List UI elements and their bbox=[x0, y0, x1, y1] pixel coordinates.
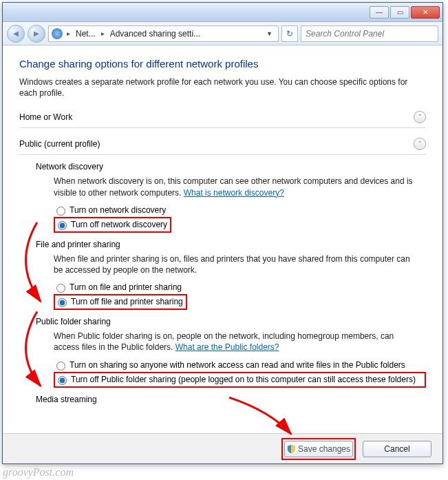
chevron-down-icon[interactable]: ˅ bbox=[414, 111, 426, 123]
radio-pf-on-input[interactable] bbox=[56, 362, 65, 371]
radio-fp-off-input[interactable] bbox=[58, 298, 67, 307]
minimize-button[interactable]: — bbox=[370, 6, 389, 19]
titlebar: — ▭ ✕ bbox=[3, 3, 442, 22]
link-what-is-network-discovery[interactable]: What is network discovery? bbox=[184, 188, 284, 198]
radio-fp-on[interactable]: Turn on file and printer sharing bbox=[54, 281, 426, 294]
close-button[interactable]: ✕ bbox=[411, 6, 440, 19]
section-title-media-streaming: Media streaming bbox=[36, 395, 426, 404]
profile-home-label: Home or Work bbox=[19, 112, 72, 122]
section-title-public-folder: Public folder sharing bbox=[36, 317, 426, 326]
save-changes-button[interactable]: Save changes bbox=[284, 441, 353, 457]
radio-pf-on-label: Turn on sharing so anyone with network a… bbox=[70, 360, 405, 370]
profile-public-label: Public (current profile) bbox=[19, 139, 100, 149]
radio-pf-on[interactable]: Turn on sharing so anyone with network a… bbox=[54, 359, 426, 372]
chevron-right-icon: ▸ bbox=[65, 30, 72, 37]
save-changes-label: Save changes bbox=[298, 444, 350, 454]
radio-pf-off-label: Turn off Public folder sharing (people l… bbox=[71, 375, 416, 384]
address-dropdown-icon[interactable]: ▼ bbox=[264, 30, 275, 37]
radio-pf-off[interactable]: Turn off Public folder sharing (people l… bbox=[58, 375, 422, 385]
radio-group-network-discovery: Turn on network discovery Turn off netwo… bbox=[54, 204, 426, 233]
watermark: groovyPost.com bbox=[3, 466, 74, 479]
chevron-right-icon: ▸ bbox=[100, 30, 106, 37]
radio-nd-on-input[interactable] bbox=[56, 207, 65, 216]
section-body-public-folder: When Public folder sharing is on, people… bbox=[54, 331, 419, 353]
window: — ▭ ✕ ◄ ► ▸ Net... ▸ Advanced sharing se… bbox=[2, 2, 443, 464]
section-title-network-discovery: Network discovery bbox=[36, 162, 426, 171]
shield-icon bbox=[287, 445, 295, 453]
profile-public-header[interactable]: Public (current profile) ˄ bbox=[19, 135, 426, 155]
breadcrumb-advanced-sharing[interactable]: Advanced sharing setti... bbox=[109, 29, 202, 39]
link-what-are-public-folders[interactable]: What are the Public folders? bbox=[175, 342, 279, 352]
cancel-button[interactable]: Cancel bbox=[363, 441, 431, 457]
section-body-file-printer: When file and printer sharing is on, fil… bbox=[54, 253, 419, 275]
radio-nd-off-label: Turn off network discovery bbox=[71, 220, 167, 229]
radio-group-public-folder: Turn on sharing so anyone with network a… bbox=[54, 359, 426, 388]
nav-forward-button[interactable]: ► bbox=[28, 25, 45, 43]
refresh-button[interactable]: ↻ bbox=[281, 25, 298, 42]
radio-fp-off-label: Turn off file and printer sharing bbox=[71, 297, 183, 306]
section-body-network-discovery: When network discovery is on, this compu… bbox=[54, 176, 419, 198]
footer-bar: Save changes Cancel bbox=[3, 433, 442, 463]
radio-fp-on-input[interactable] bbox=[56, 284, 65, 293]
address-bar[interactable]: ▸ Net... ▸ Advanced sharing setti... ▼ bbox=[48, 25, 279, 42]
maximize-button[interactable]: ▭ bbox=[390, 6, 409, 19]
chevron-up-icon[interactable]: ˄ bbox=[414, 138, 426, 150]
network-icon bbox=[52, 28, 63, 39]
radio-group-file-printer: Turn on file and printer sharing Turn of… bbox=[54, 281, 426, 310]
radio-nd-off-input[interactable] bbox=[58, 221, 67, 230]
content-area: Change sharing options for different net… bbox=[3, 45, 442, 431]
radio-pf-off-input[interactable] bbox=[58, 376, 67, 385]
breadcrumb-net[interactable]: Net... bbox=[74, 29, 97, 39]
radio-fp-on-label: Turn on file and printer sharing bbox=[70, 282, 182, 292]
search-input[interactable] bbox=[301, 25, 438, 42]
radio-nd-on[interactable]: Turn on network discovery bbox=[54, 204, 426, 217]
page-title: Change sharing options for different net… bbox=[19, 58, 426, 70]
section-title-file-printer: File and printer sharing bbox=[36, 240, 426, 249]
radio-nd-off[interactable]: Turn off network discovery bbox=[58, 220, 167, 230]
page-intro: Windows creates a separate network profi… bbox=[19, 76, 426, 98]
nav-back-button[interactable]: ◄ bbox=[7, 25, 25, 43]
navbar: ◄ ► ▸ Net... ▸ Advanced sharing setti...… bbox=[3, 22, 442, 45]
radio-fp-off[interactable]: Turn off file and printer sharing bbox=[58, 297, 183, 307]
annotation-box-save: Save changes bbox=[281, 438, 356, 460]
radio-nd-on-label: Turn on network discovery bbox=[70, 205, 166, 215]
profile-home-header[interactable]: Home or Work ˅ bbox=[19, 108, 426, 128]
